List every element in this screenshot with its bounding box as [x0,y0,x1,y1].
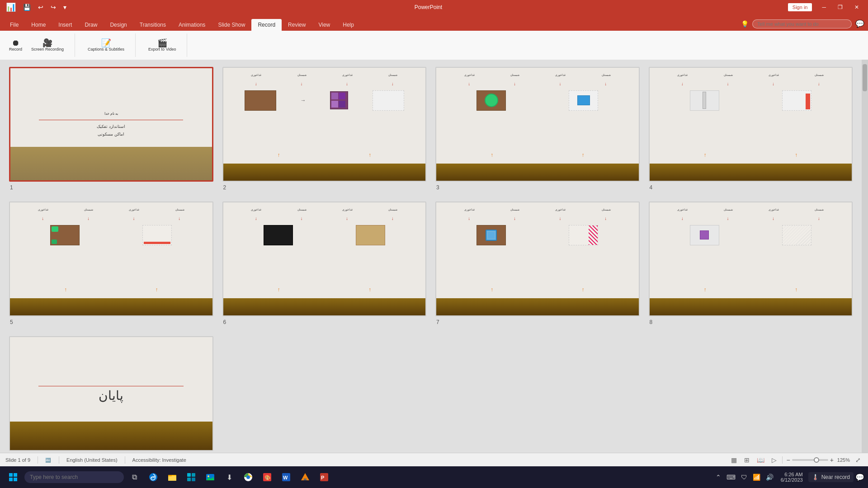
tab-insert[interactable]: Insert [52,19,78,31]
slide-3-thumb[interactable]: شبستانغذاخوریشبستانغذاخوری ↓ ↓ ↓ ↓ [435,67,640,182]
captions-icon: 📝 [101,39,111,47]
system-clock[interactable]: 6:26 AM 6/12/2023 [777,470,807,484]
zoom-thumb[interactable] [814,457,819,463]
slide-7-wrapper[interactable]: شبستانغذاخوریشبستانغذاخوری ↓ ↓ ↓ ↓ [435,202,640,325]
record-icon: ⏺ [12,39,20,47]
taskbar-right: ⌃ ⌨ 🛡 📶 🔊 6:26 AM 6/12/2023 🌡️ Near reco… [714,470,864,484]
restore-button[interactable]: ❐ [832,2,848,12]
tab-review[interactable]: Review [282,19,312,31]
start-button[interactable] [4,468,23,487]
svg-text:🎨: 🎨 [264,474,271,481]
weather-widget[interactable]: 🌡️ Near record [808,472,854,482]
spell-check-icon[interactable]: 🔤 [45,457,52,463]
slide-7-thumb[interactable]: شبستانغذاخوریشبستانغذاخوری ↓ ↓ ↓ ↓ [435,202,640,316]
tab-file[interactable]: File [4,19,25,31]
zoom-slider[interactable] [792,459,828,461]
keyboard-icon[interactable]: ⌨ [725,472,737,483]
svg-text:W: W [283,475,288,480]
slide-1-thumb[interactable]: به نام خدا استاندارد تفکیک اماکن مسکونی [9,67,213,182]
slide-8-thumb[interactable]: شبستانغذاخوریشبستانغذاخوری ↓ ↓ ↓ ↓ [649,202,853,316]
paint-icon[interactable]: 🎨 [259,469,276,486]
tab-record[interactable]: Record [251,19,282,31]
tab-view[interactable]: View [312,19,336,31]
tab-home[interactable]: Home [25,19,52,31]
ribbon: File Home Insert Draw Design Transitions… [0,14,868,60]
slide-6-thumb[interactable]: شبستانغذاخوریشبستانغذاخوری ↓ ↓ ↓ ↓ [222,202,427,316]
notification-icon[interactable]: 💬 [855,473,864,482]
scroll-thumb[interactable] [863,64,867,91]
slide-9-wrapper[interactable]: پایان 9 [9,336,213,453]
zoom-in-button[interactable]: + [830,456,834,464]
captions-subtitles-button[interactable]: 📝 Captions & Subtitles [84,37,128,53]
slide-2-thumb[interactable]: شبستانغذاخوریشبستانغذاخوری ↓ ↓ ↓ ↓ → [222,67,427,182]
zoom-level: 125% [837,457,850,463]
store-icon[interactable] [183,469,200,486]
slideshow-icon[interactable]: ▷ [770,455,778,465]
record-button[interactable]: ⏺ Record [5,37,26,53]
chrome-icon[interactable] [240,469,257,486]
taskbar-search-input[interactable] [24,471,124,483]
lightbulb-icon[interactable]: 💡 [737,19,752,29]
status-separator-3 [125,456,125,464]
downloads-icon[interactable]: ⬇ [221,469,238,486]
edge-browser-icon[interactable] [145,469,162,486]
weather-icon: 🌡️ [812,474,819,480]
undo-icon[interactable]: ↩ [36,3,46,12]
show-hidden-icons[interactable]: ⌃ [714,472,723,483]
file-explorer-icon[interactable] [164,469,181,486]
minimize-button[interactable]: ─ [816,2,831,12]
customize-qat-icon[interactable]: ▾ [61,3,69,12]
slide-6-wrapper[interactable]: شبستانغذاخوریشبستانغذاخوری ↓ ↓ ↓ ↓ [222,202,427,325]
zoom-out-button[interactable]: − [786,456,790,464]
slide-5-thumb[interactable]: شبستانغذاخوریشبستانغذاخوری ↓ ↓ ↓ ↓ [9,202,213,316]
slide-4-wrapper[interactable]: شبستانغذاخوریشبستانغذاخوری ↓ ↓ ↓ ↓ [649,67,853,191]
slide-1-wrapper[interactable]: به نام خدا استاندارد تفکیک اماکن مسکونی … [9,67,213,191]
photos-svg [205,472,215,482]
export-to-video-button[interactable]: 🎬 Export to Video [145,37,179,53]
tab-draw[interactable]: Draw [78,19,104,31]
right-scrollbar[interactable] [862,60,868,453]
network-icon[interactable]: 📶 [751,472,762,483]
slide-3-wrapper[interactable]: شبستانغذاخوریشبستانغذاخوری ↓ ↓ ↓ ↓ [435,67,640,191]
tab-slide-show[interactable]: Slide Show [212,19,251,31]
accessibility-status[interactable]: Accessibility: Investigate [132,457,186,463]
slide-5-wrapper[interactable]: شبستانغذاخوریشبستانغذاخوری ↓ ↓ ↓ ↓ [9,202,213,325]
close-button[interactable]: ✕ [849,2,864,12]
reading-view-icon[interactable]: 📖 [755,455,766,465]
slide-6-number: 6 [222,319,427,325]
tab-help[interactable]: Help [336,19,360,31]
screen-recording-button[interactable]: 🎥 Screen Recording [28,37,67,53]
antivirus-icon[interactable]: 🛡 [739,472,749,483]
screen-recording-icon: 🎥 [42,39,52,47]
tab-animations[interactable]: Animations [172,19,212,31]
word-icon[interactable]: W [278,469,295,486]
slide-4-thumb[interactable]: شبستانغذاخوریشبستانغذاخوری ↓ ↓ ↓ ↓ [649,67,853,182]
photos-icon[interactable] [202,469,219,486]
slide-sorter-icon[interactable]: ⊞ [742,455,751,465]
slides-panel[interactable]: به نام خدا استاندارد تفکیک اماکن مسکونی … [0,60,862,453]
volume-icon[interactable]: 🔊 [764,472,775,483]
redo-icon[interactable]: ↪ [48,3,58,12]
status-separator-4 [782,456,783,464]
language-status[interactable]: English (United States) [66,457,118,463]
tab-design[interactable]: Design [104,19,133,31]
slide-2-wrapper[interactable]: شبستانغذاخوریشبستانغذاخوری ↓ ↓ ↓ ↓ → [222,67,427,191]
normal-view-icon[interactable]: ▦ [729,455,739,465]
powerpoint-taskbar-icon[interactable]: P [316,469,333,486]
comment-icon[interactable]: 💬 [852,18,868,30]
save-icon[interactable]: 💾 [21,3,33,12]
slide-9-thumb[interactable]: پایان [9,336,213,451]
tab-transitions[interactable]: Transitions [133,19,172,31]
date-display: 6/12/2023 [781,477,803,483]
fit-slide-icon[interactable]: ⤢ [854,455,863,465]
sign-in-button[interactable]: Sign in [788,3,812,11]
zoom-control[interactable]: − + 125% [786,456,850,464]
vlc-icon[interactable] [297,469,314,486]
svg-rect-10 [192,473,195,477]
main-area: به نام خدا استاندارد تفکیک اماکن مسکونی … [0,60,868,453]
slide-7-number: 7 [435,319,640,325]
tell-me-input[interactable] [752,19,852,28]
taskview-button[interactable]: ⧉ [126,469,143,486]
slide-8-wrapper[interactable]: شبستانغذاخوریشبستانغذاخوری ↓ ↓ ↓ ↓ [649,202,853,325]
status-right: ▦ ⊞ 📖 ▷ − + 125% ⤢ [729,455,863,465]
